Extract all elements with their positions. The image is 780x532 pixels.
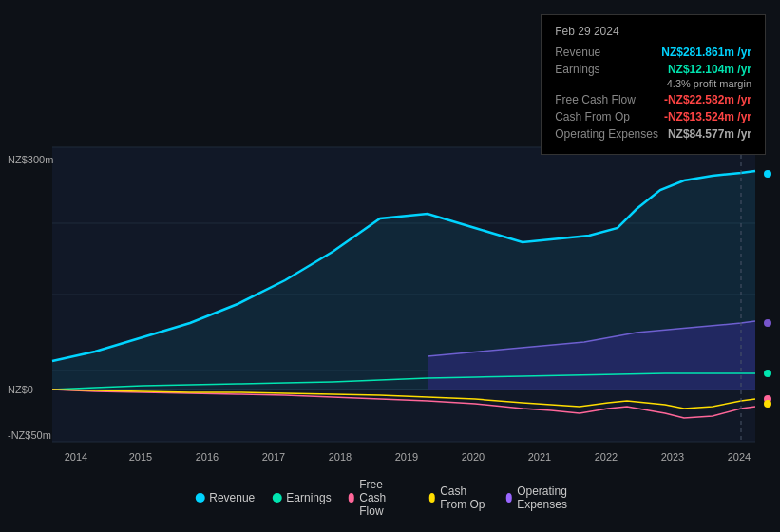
svg-text:2019: 2019 xyxy=(395,451,418,463)
tooltip-box: Feb 29 2024 Revenue NZ$281.861m /yr Earn… xyxy=(541,14,766,155)
svg-text:2016: 2016 xyxy=(196,451,219,463)
chart-container: NZ$0 NZ$300m -NZ$50m 2014 2015 2016 2017… xyxy=(0,0,780,532)
tooltip-row-revenue: Revenue NZ$281.861m /yr xyxy=(555,46,751,59)
tooltip-value-revenue: NZ$281.861m /yr xyxy=(661,46,751,59)
svg-text:2022: 2022 xyxy=(595,451,618,463)
tooltip-label-opex: Operating Expenses xyxy=(555,127,658,141)
svg-text:2020: 2020 xyxy=(462,451,485,463)
tooltip-sub-earnings-text: 4.3% profit margin xyxy=(667,78,751,89)
legend-item-revenue[interactable]: Revenue xyxy=(195,491,255,504)
svg-point-24 xyxy=(764,319,771,327)
tooltip-date: Feb 29 2024 xyxy=(555,25,751,38)
legend-item-earnings[interactable]: Earnings xyxy=(272,491,331,504)
svg-point-25 xyxy=(764,370,771,377)
legend-item-cashfromop[interactable]: Cash From Op xyxy=(429,484,489,511)
tooltip-value-fcf: -NZ$22.582m /yr xyxy=(664,93,751,106)
tooltip-label-fcf: Free Cash Flow xyxy=(555,93,636,106)
tooltip-sub-earnings: 4.3% profit margin xyxy=(555,78,751,89)
tooltip-row-fcf: Free Cash Flow -NZ$22.582m /yr xyxy=(555,93,751,106)
svg-text:NZ$300m: NZ$300m xyxy=(8,154,53,165)
svg-text:2021: 2021 xyxy=(528,451,551,463)
svg-point-23 xyxy=(764,170,771,178)
legend-dot-opex xyxy=(506,493,513,503)
tooltip-label-earnings: Earnings xyxy=(555,63,599,76)
legend-label-fcf: Free Cash Flow xyxy=(359,478,411,518)
svg-point-27 xyxy=(764,400,771,408)
legend-label-opex: Operating Expenses xyxy=(517,484,585,511)
tooltip-label-revenue: Revenue xyxy=(555,46,600,59)
legend-dot-cashfromop xyxy=(429,493,436,503)
svg-text:2015: 2015 xyxy=(129,451,152,463)
legend-item-opex[interactable]: Operating Expenses xyxy=(506,484,585,511)
tooltip-row-cashfromop: Cash From Op -NZ$13.524m /yr xyxy=(555,110,751,124)
tooltip-value-cashfromop: -NZ$13.524m /yr xyxy=(664,110,751,124)
tooltip-row-earnings: Earnings NZ$12.104m /yr xyxy=(555,63,751,76)
legend-label-earnings: Earnings xyxy=(286,491,331,504)
svg-text:2023: 2023 xyxy=(661,451,684,463)
legend-dot-revenue xyxy=(195,493,204,503)
legend: Revenue Earnings Free Cash Flow Cash Fro… xyxy=(195,478,585,518)
svg-text:-NZ$50m: -NZ$50m xyxy=(8,429,51,441)
svg-text:2014: 2014 xyxy=(65,451,87,463)
svg-text:2024: 2024 xyxy=(728,451,751,463)
tooltip-value-earnings: NZ$12.104m /yr xyxy=(668,63,751,76)
legend-label-cashfromop: Cash From Op xyxy=(440,484,488,511)
svg-text:2018: 2018 xyxy=(329,451,352,463)
legend-dot-fcf xyxy=(349,493,355,503)
svg-text:NZ$0: NZ$0 xyxy=(8,384,33,395)
legend-dot-earnings xyxy=(272,493,281,503)
tooltip-label-cashfromop: Cash From Op xyxy=(555,110,630,124)
svg-text:2017: 2017 xyxy=(262,451,285,463)
tooltip-row-opex: Operating Expenses NZ$84.577m /yr xyxy=(555,127,751,141)
tooltip-value-opex: NZ$84.577m /yr xyxy=(668,127,751,141)
legend-label-revenue: Revenue xyxy=(209,491,255,504)
legend-item-fcf[interactable]: Free Cash Flow xyxy=(349,478,412,518)
